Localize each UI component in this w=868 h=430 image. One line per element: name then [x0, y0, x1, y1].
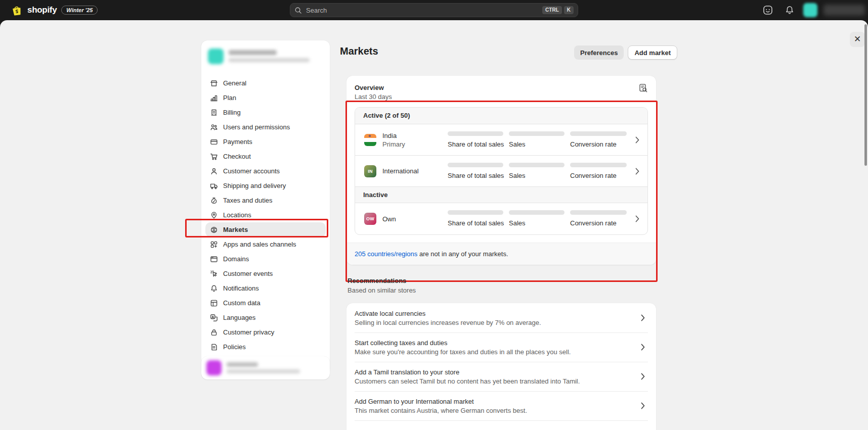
global-search[interactable]: CTRL K	[290, 3, 578, 17]
topbar: shopify Winter '25 CTRL K	[0, 0, 868, 20]
skeleton-bar	[570, 131, 627, 136]
chevron-right-icon	[632, 136, 642, 144]
sidebar-item-label: Customer accounts	[223, 167, 280, 175]
sidebar-item-label: Apps and sales channels	[223, 241, 296, 248]
brand-wordmark: shopify	[27, 5, 57, 15]
india-flag-icon	[364, 134, 376, 146]
market-metrics: Share of total sales Sales Conversion ra…	[448, 210, 642, 227]
edition-badge[interactable]: Winter '25	[61, 6, 98, 15]
money-bag-icon	[210, 197, 218, 205]
secondary-account-card[interactable]	[201, 356, 330, 379]
sidebar-item-general[interactable]: General	[205, 76, 326, 90]
sidebar-item-label: Markets	[223, 226, 248, 233]
skeleton-bar	[570, 163, 627, 167]
chevron-right-icon	[638, 314, 648, 321]
scrollbar-thumb[interactable]	[864, 24, 867, 166]
sidebar-item-users-permissions[interactable]: Users and permissions	[205, 120, 326, 134]
sidekick-icon[interactable]	[763, 5, 773, 15]
skeleton-bar	[509, 210, 565, 215]
view-report-icon[interactable]	[638, 83, 648, 93]
sidebar-item-customer-privacy[interactable]: Customer privacy	[205, 325, 326, 340]
recommendation-desc: Selling in local currencies increases re…	[355, 318, 638, 327]
sidebar-item-label: Customer events	[223, 270, 273, 277]
recommendation-collect-taxes-duties[interactable]: Start collecting taxes and duties Make s…	[346, 332, 656, 362]
settings-sidebar: General Plan Billing Users and permissio…	[201, 40, 330, 374]
page-title: Markets	[340, 45, 378, 57]
market-row-india[interactable]: India Primary Share of total sales Sales…	[355, 124, 647, 156]
sidebar-item-label: Checkout	[223, 153, 251, 160]
store-avatar	[208, 49, 224, 64]
market-row-own[interactable]: OW Own Share of total sales Sales Conver…	[355, 203, 647, 234]
sidebar-item-policies[interactable]: Policies	[205, 340, 326, 354]
store-header[interactable]	[201, 40, 330, 72]
recommendation-add-more-markets[interactable]: Add more markets	[346, 420, 656, 430]
secondary-name-redacted	[227, 362, 258, 367]
user-name-redacted[interactable]	[823, 5, 865, 16]
market-name: International	[382, 167, 419, 175]
own-market-icon: OW	[364, 213, 376, 225]
metric-label: Share of total sales	[448, 219, 504, 227]
shopify-logo[interactable]: shopify Winter '25	[11, 0, 98, 20]
sidebar-item-domains[interactable]: Domains	[205, 252, 326, 266]
inactive-section-header: Inactive	[355, 186, 647, 203]
footer-text: are not in any of your markets.	[417, 250, 508, 258]
location-pin-icon	[210, 211, 218, 219]
metric-label: Conversion rate	[570, 140, 617, 148]
recommendation-add-tamil-translation[interactable]: Add a Tamil translation to your store Cu…	[346, 362, 656, 391]
shopify-bag-icon	[11, 4, 23, 16]
apps-grid-icon	[210, 241, 218, 249]
chevron-right-icon	[632, 215, 642, 222]
sidebar-item-shipping-delivery[interactable]: Shipping and delivery	[205, 178, 326, 193]
sidebar-item-label: Payments	[223, 138, 252, 146]
active-section-header: Active (2 of 50)	[355, 108, 647, 124]
recommendations-subtitle: Based on similar stores	[348, 286, 416, 294]
sidebar-item-customer-accounts[interactable]: Customer accounts	[205, 164, 326, 178]
recommendations-card: Activate local currencies Selling in loc…	[346, 303, 656, 430]
close-settings-button[interactable]: ✕	[850, 32, 865, 47]
skeleton-bar	[509, 163, 565, 167]
recommendation-title: Add a Tamil translation to your store	[355, 367, 638, 377]
sidebar-item-label: Locations	[223, 211, 251, 219]
metric-label: Conversion rate	[570, 172, 617, 179]
recommendations-title: Recommendations	[348, 277, 406, 284]
sidebar-item-customer-events[interactable]: Customer events	[205, 266, 326, 281]
markets-globe-icon	[210, 226, 218, 234]
skeleton-bar	[448, 163, 503, 167]
metric-label: Share of total sales	[448, 172, 504, 179]
add-market-button[interactable]: Add market	[628, 45, 677, 60]
market-name: India	[382, 131, 405, 140]
sidebar-item-billing[interactable]: Billing	[205, 105, 326, 120]
overview-footer: 205 countries/regions are not in any of …	[346, 243, 656, 265]
recommendation-activate-local-currencies[interactable]: Activate local currencies Selling in loc…	[346, 303, 656, 332]
person-icon	[210, 167, 218, 175]
sidebar-item-label: Users and permissions	[223, 123, 290, 131]
store-url-redacted	[229, 58, 310, 62]
recommendation-title: Activate local currencies	[355, 309, 638, 318]
metric-label: Sales	[509, 140, 526, 148]
recommendation-desc: This market contains Austria, where Germ…	[355, 406, 638, 415]
sidebar-item-apps-sales-channels[interactable]: Apps and sales channels	[205, 237, 326, 252]
sidebar-item-locations[interactable]: Locations	[205, 208, 326, 222]
search-input[interactable]	[306, 7, 538, 14]
recommendation-add-german[interactable]: Add German to your International market …	[346, 391, 656, 420]
sidebar-item-plan[interactable]: Plan	[205, 90, 326, 105]
sidebar-item-notifications[interactable]: Notifications	[205, 281, 326, 296]
settings-modal-surface: ✕ General Plan Billing	[0, 20, 868, 430]
user-avatar[interactable]	[803, 3, 817, 17]
preferences-button[interactable]: Preferences	[574, 45, 624, 60]
sidebar-item-languages[interactable]: Languages	[205, 310, 326, 325]
document-icon	[210, 343, 218, 351]
sidebar-item-markets[interactable]: Markets	[205, 222, 326, 237]
sidebar-item-payments[interactable]: Payments	[205, 134, 326, 149]
k-key-badge: K	[564, 6, 574, 14]
sidebar-item-label: Shipping and delivery	[223, 182, 286, 189]
countries-regions-link[interactable]: 205 countries/regions	[355, 250, 417, 258]
sidebar-item-checkout[interactable]: Checkout	[205, 149, 326, 164]
sidebar-item-taxes-duties[interactable]: Taxes and duties	[205, 193, 326, 208]
metric-label: Sales	[509, 172, 526, 179]
sidebar-item-custom-data[interactable]: Custom data	[205, 296, 326, 310]
notifications-bell-icon[interactable]	[785, 5, 795, 15]
international-market-icon: IN	[364, 165, 376, 177]
chevron-right-icon	[638, 344, 648, 351]
market-row-international[interactable]: IN International Share of total sales Sa…	[355, 156, 647, 187]
